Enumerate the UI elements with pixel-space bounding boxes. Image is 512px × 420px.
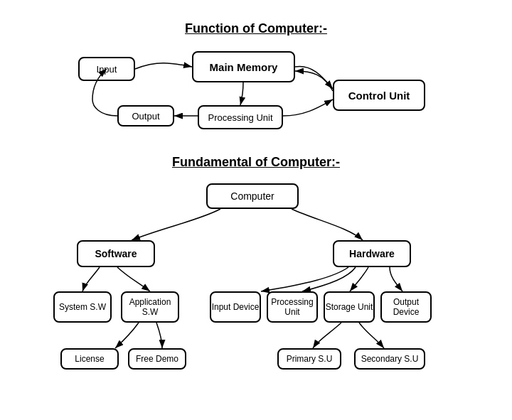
main-memory-box: Main Memory: [192, 51, 295, 82]
license-box: License: [60, 348, 119, 370]
hardware-box: Hardware: [333, 240, 411, 267]
section2-title: Fundamental of Computer:-: [0, 155, 512, 170]
primary-su-box: Primary S.U: [277, 348, 341, 370]
storage-unit-box: Storage Unit: [324, 291, 375, 323]
application-sw-box: Application S.W: [121, 291, 179, 323]
computer-box: Computer: [206, 183, 299, 209]
processing-unit-box2: Processing Unit: [267, 291, 318, 323]
control-unit-box: Control Unit: [333, 80, 425, 111]
software-box: Software: [77, 240, 155, 267]
secondary-su-box: Secondary S.U: [354, 348, 425, 370]
input-device-box: Input Device: [210, 291, 261, 323]
free-demo-box: Free Demo: [128, 348, 186, 370]
processing-unit-box: Processing Unit: [198, 105, 283, 129]
system-sw-box: System S.W: [53, 291, 112, 323]
section1-title: Function of Computer:-: [0, 21, 512, 36]
input-box: Input: [78, 57, 135, 81]
page: Function of Computer:- Input Main Memory…: [0, 0, 512, 420]
output-box: Output: [117, 105, 174, 126]
output-device-box: Output Device: [380, 291, 432, 323]
